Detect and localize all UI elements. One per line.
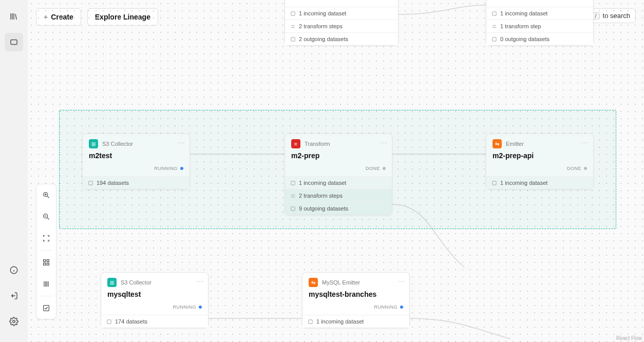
meta-text: 1 incoming dataset bbox=[299, 10, 346, 16]
transform-icon: ≡ bbox=[291, 139, 300, 148]
meta-text: 2 transform steps bbox=[299, 23, 343, 29]
meta-text: 1 incoming dataset bbox=[500, 180, 547, 186]
node-title: mysqltest bbox=[107, 290, 202, 298]
svg-rect-12 bbox=[107, 319, 111, 323]
node-more-icon[interactable]: ··· bbox=[380, 138, 388, 146]
node-title: mysqltest-branches bbox=[309, 290, 403, 298]
svg-rect-9 bbox=[291, 181, 295, 184]
fit-view-icon[interactable] bbox=[36, 227, 56, 249]
lineage-canvas[interactable]: ≡ Transform 1 incoming dataset 2 transfo… bbox=[28, 0, 644, 342]
meta-text: 174 datasets bbox=[115, 318, 147, 325]
node-type-label: S3 Collector bbox=[121, 279, 151, 286]
node-title: m2-prep bbox=[291, 151, 386, 160]
library-icon[interactable] bbox=[5, 7, 23, 26]
node-status: DONE bbox=[493, 166, 587, 171]
node-more-icon[interactable]: ··· bbox=[581, 138, 589, 146]
node-type-label: MySQL Emitter bbox=[322, 279, 360, 286]
zoom-out-icon[interactable] bbox=[36, 206, 56, 227]
info-icon[interactable] bbox=[5, 261, 23, 279]
status-dot-running bbox=[400, 306, 403, 309]
node-type-label: Emitter bbox=[506, 141, 524, 147]
zoom-toolbar bbox=[36, 184, 56, 319]
layout-horizontal-icon[interactable] bbox=[36, 273, 56, 295]
node-top-emitter[interactable]: ⇆ Emitter 1 incoming dataset 1 transform… bbox=[486, 0, 594, 46]
status-dot-running bbox=[180, 167, 183, 170]
node-more-icon[interactable]: ··· bbox=[178, 138, 185, 146]
node-status: RUNNING bbox=[309, 305, 403, 310]
canvas-icon[interactable] bbox=[5, 33, 23, 51]
svg-rect-4 bbox=[291, 11, 295, 15]
node-m2-prep[interactable]: ≡ Transform ··· m2-prep DONE 1 incoming … bbox=[285, 134, 392, 215]
meta-text: 1 incoming dataset bbox=[299, 180, 346, 186]
node-type-label: S3 Collector bbox=[102, 141, 133, 147]
svg-rect-10 bbox=[291, 206, 295, 210]
svg-rect-20 bbox=[44, 306, 49, 311]
node-status: RUNNING bbox=[89, 166, 183, 171]
svg-rect-11 bbox=[493, 181, 496, 184]
settings-icon[interactable] bbox=[5, 312, 23, 331]
mysql-emitter-icon: ⇆ bbox=[309, 278, 318, 287]
zoom-in-icon[interactable] bbox=[36, 184, 56, 206]
meta-text: 0 outgoing datasets bbox=[500, 36, 550, 42]
layout-vertical-icon[interactable] bbox=[36, 252, 56, 273]
node-mysqltest[interactable]: ⊞ S3 Collector ··· mysqltest RUNNING 174… bbox=[101, 272, 209, 328]
s3-collector-icon: ⊞ bbox=[107, 278, 117, 287]
status-dot-running bbox=[199, 306, 202, 309]
logout-icon[interactable] bbox=[5, 287, 23, 305]
meta-text: 194 datasets bbox=[97, 180, 129, 186]
node-status: RUNNING bbox=[107, 305, 202, 310]
meta-text: 2 outgoing datasets bbox=[299, 36, 348, 42]
node-type-label: Transform bbox=[305, 141, 330, 147]
node-mysqltest-branches[interactable]: ⇆ MySQL Emitter ··· mysqltest-branches R… bbox=[302, 272, 410, 328]
s3-collector-icon: ⊞ bbox=[89, 139, 98, 148]
node-more-icon[interactable]: ··· bbox=[397, 277, 405, 285]
status-dot-done bbox=[584, 167, 587, 170]
node-title: m2-prep-api bbox=[493, 151, 587, 160]
svg-rect-16 bbox=[44, 260, 46, 262]
node-status: DONE bbox=[291, 166, 386, 171]
svg-point-2 bbox=[13, 320, 15, 323]
node-more-icon[interactable]: ··· bbox=[196, 277, 204, 285]
node-title: m2test bbox=[89, 151, 183, 160]
svg-rect-18 bbox=[44, 263, 46, 265]
attribution-label: React Flow bbox=[616, 335, 642, 341]
node-m2test[interactable]: ⊞ S3 Collector ··· m2test RUNNING 194 da… bbox=[82, 134, 190, 189]
meta-text: 1 incoming dataset bbox=[316, 318, 364, 325]
node-m2-prep-api[interactable]: ⇆ Emitter ··· m2-prep-api DONE 1 incomin… bbox=[486, 134, 594, 189]
meta-text: 1 incoming dataset bbox=[500, 10, 547, 16]
meta-text: 2 transform steps bbox=[299, 193, 343, 199]
svg-rect-6 bbox=[493, 11, 496, 15]
svg-rect-13 bbox=[309, 319, 312, 323]
svg-rect-19 bbox=[47, 263, 49, 265]
meta-text: 9 outgoing datasets bbox=[299, 205, 348, 212]
left-rail bbox=[0, 0, 28, 342]
meta-text: 1 transform step bbox=[500, 23, 541, 29]
status-dot-done bbox=[383, 167, 386, 170]
svg-rect-8 bbox=[89, 181, 92, 184]
node-top-transform[interactable]: ≡ Transform 1 incoming dataset 2 transfo… bbox=[285, 0, 399, 46]
svg-rect-0 bbox=[11, 40, 17, 45]
svg-rect-17 bbox=[47, 260, 49, 262]
export-icon[interactable] bbox=[36, 297, 56, 319]
emitter-icon: ⇆ bbox=[493, 139, 502, 148]
svg-rect-5 bbox=[291, 37, 295, 41]
svg-rect-7 bbox=[493, 37, 496, 41]
